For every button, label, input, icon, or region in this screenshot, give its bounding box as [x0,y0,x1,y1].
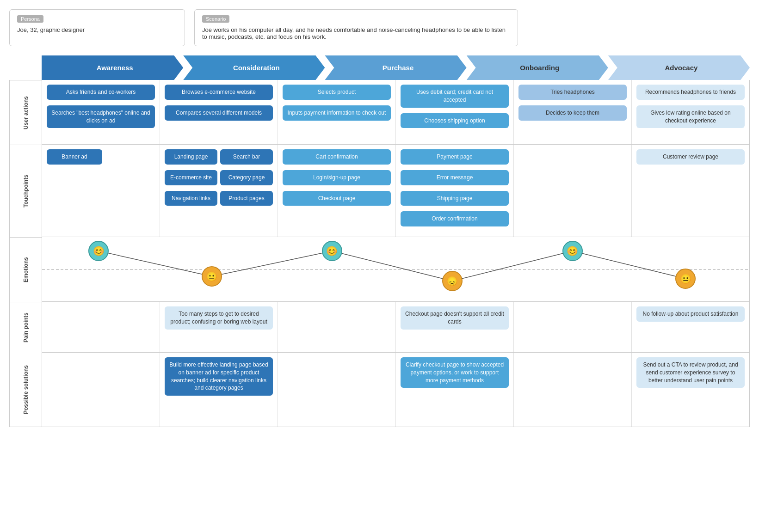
sol-card: Clarify checkout page to show accepted p… [401,357,509,388]
scenario-box: Scenario Joe works on his computer all d… [194,9,518,46]
persona-content: Joe, 32, graphic designer [17,26,177,33]
tp-card: Order confirmation [401,211,509,226]
emotions-row: 😊 😐 😊 😞 😊 😐 [42,237,749,302]
tp-card: Login/sign-up page [283,170,391,185]
tp-card: Search bar [220,149,273,165]
svg-line-4 [452,251,573,281]
pp-card: No follow-up about product satisfaction [636,306,745,322]
ua-card: Selects product [283,85,391,100]
persona-box: Persona Joe, 32, graphic designer [9,9,185,46]
tp-onboarding2 [514,145,632,237]
emotion-face-5: 😊 [562,241,583,261]
solutions-row: Build more effective landing page based … [42,353,749,427]
tp-card: E-commerce site [165,170,217,185]
tp-card: Product pages [220,191,273,206]
ua-card: Tries headphones [518,85,627,100]
stage-purchase: Purchase [325,55,466,80]
tp-card: Error message [401,170,509,185]
row-labels-col: User actions Touchpoints Emotions Pain p… [10,80,42,427]
tp-purchase: Cart confirmation Login/sign-up page Che… [278,145,396,237]
ua-onboarding: Uses debit card; credit card not accepte… [396,80,514,144]
ua-card: Searches "best headphones" online and cl… [47,105,155,128]
tp-advocacy: Customer review page [632,145,749,237]
ua-purchase: Selects product Inputs payment informati… [278,80,396,144]
tp-card: Cart confirmation [283,149,391,165]
emotions-content: 😊 😐 😊 😞 😊 😐 [42,237,749,301]
ua-card: Gives low rating online based on checkou… [636,105,745,128]
label-pain-points: Pain points [10,302,42,353]
sol-onboarding2 [514,353,632,427]
scenario-content: Joe works on his computer all day, and h… [202,26,510,40]
tp-card: Payment page [401,149,509,165]
ua-card: Compares several different models [165,105,273,121]
sol-onboarding: Clarify checkout page to show accepted p… [396,353,514,427]
sol-advocacy: Send out a CTA to review product, and se… [632,353,749,427]
label-solutions: Possible solutions [10,353,42,427]
svg-line-1 [99,251,212,276]
ua-onboarding2: Tries headphones Decides to keep them [514,80,632,144]
pain-points-row: Too many steps to get to desired product… [42,302,749,353]
stage-advocacy: Advocacy [608,55,750,80]
ua-card: Decides to keep them [518,105,627,121]
stage-awareness: Awareness [42,55,183,80]
sol-consideration: Build more effective landing page based … [160,353,278,427]
main-grid: User actions Touchpoints Emotions Pain p… [9,80,750,427]
pp-card: Too many steps to get to desired product… [165,306,273,330]
touchpoints-row: Banner ad Landing page Search bar E-comm… [42,145,749,237]
label-emotions: Emotions [10,237,42,302]
pp-card: Checkout page doesn't support all credit… [401,306,509,330]
tp-card: Category page [220,170,273,185]
emotions-svg [42,237,749,302]
stage-onboarding: Onboarding [467,55,608,80]
tp-card: Customer review page [636,149,745,165]
stage-consideration: Consideration [183,55,325,80]
ua-awareness: Asks friends and co-workers Searches "be… [42,80,160,144]
svg-line-3 [332,251,452,281]
scenario-label: Scenario [202,15,229,23]
ua-card: Inputs payment information to check out [283,105,391,121]
tp-onboarding: Payment page Error message Shipping page… [396,145,514,237]
sol-card: Build more effective landing page based … [165,357,273,396]
svg-line-5 [573,251,686,279]
sol-awareness [42,353,160,427]
emotion-face-4: 😞 [442,271,463,291]
page: Persona Joe, 32, graphic designer Scenar… [0,0,759,436]
ua-card: Asks friends and co-workers [47,85,155,100]
ua-card: Chooses shipping option [401,113,509,128]
pp-onboarding2 [514,302,632,352]
pp-awareness [42,302,160,352]
tp-consideration: Landing page Search bar E-commerce site … [160,145,278,237]
ua-card: Uses debit card; credit card not accepte… [401,85,509,108]
ua-consideration: Browses e-commerce website Compares seve… [160,80,278,144]
tp-card: Landing page [165,149,217,165]
tp-card: Navigation links [165,191,217,206]
pp-advocacy: No follow-up about product satisfaction [632,302,749,352]
tp-awareness: Banner ad [42,145,160,237]
label-touchpoints: Touchpoints [10,145,42,237]
content-area: Asks friends and co-workers Searches "be… [42,80,749,427]
sol-purchase [278,353,396,427]
sol-card: Send out a CTA to review product, and se… [636,357,745,388]
pp-onboarding: Checkout page doesn't support all credit… [396,302,514,352]
stages-row: Awareness Consideration Purchase Onboard… [9,55,750,80]
svg-line-2 [212,251,332,276]
ua-card: Recommends headphones to friends [636,85,745,100]
ua-card: Browses e-commerce website [165,85,273,100]
pp-consideration: Too many steps to get to desired product… [160,302,278,352]
emotion-face-3: 😊 [322,241,342,261]
tp-card: Shipping page [401,191,509,206]
user-actions-row: Asks friends and co-workers Searches "be… [42,80,749,145]
top-section: Persona Joe, 32, graphic designer Scenar… [9,9,750,46]
tp-card: Banner ad [47,149,102,165]
emotion-face-1: 😊 [88,241,109,261]
label-user-actions: User actions [10,80,42,145]
persona-label: Persona [17,15,43,23]
pp-purchase [278,302,396,352]
emotion-face-2: 😐 [202,266,222,287]
ua-advocacy: Recommends headphones to friends Gives l… [632,80,749,144]
tp-card: Checkout page [283,191,391,206]
